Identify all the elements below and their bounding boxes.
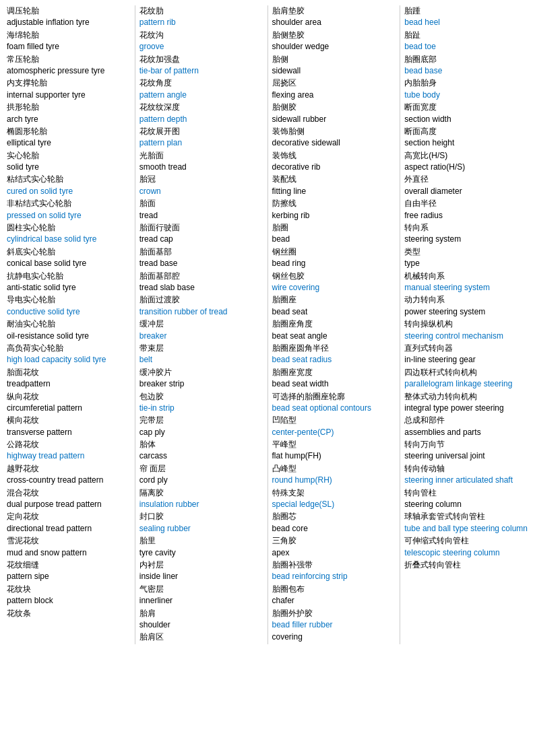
list-item: 缓冲胶片breaker strip xyxy=(139,367,263,390)
chinese-term: 带束层 xyxy=(139,343,263,354)
english-term: inside liner xyxy=(139,571,263,582)
english-term: section height xyxy=(404,137,528,149)
chinese-term: 自由半径 xyxy=(404,198,528,209)
english-term: innerliner xyxy=(139,595,263,607)
chinese-term: 包边胶 xyxy=(139,391,263,403)
english-term: crown xyxy=(139,186,263,197)
list-item: 断面宽度section width xyxy=(404,102,528,125)
list-item: 定向花纹directional tread pattern xyxy=(7,511,131,535)
list-item: 光胎面smooth tread xyxy=(139,150,263,174)
chinese-term: 钢丝包胶 xyxy=(272,271,396,282)
chinese-term: 气密层 xyxy=(139,584,263,595)
chinese-term: 缓冲层 xyxy=(139,318,263,330)
list-item: 椭圆形轮胎elliptical tyre xyxy=(7,126,131,149)
list-item: 胎圈包布chafer xyxy=(272,584,396,607)
list-item: 雪泥花纹mud and snow pattern xyxy=(7,535,131,559)
chinese-term: 花纹加强盘 xyxy=(139,54,263,65)
list-item: 凹陷型center-pente(CP) xyxy=(272,415,396,438)
english-term: directional tread pattern xyxy=(7,523,131,535)
english-term: steering system xyxy=(404,234,528,245)
english-term: carcass xyxy=(139,450,263,462)
chinese-term: 类型 xyxy=(404,246,528,258)
chinese-term: 导电实心轮胎 xyxy=(7,294,131,306)
chinese-term: 转向系 xyxy=(404,222,528,234)
english-term: tread slab base xyxy=(139,282,263,294)
chinese-term: 内胎胎身 xyxy=(404,77,528,89)
list-item: 可选择的胎圈座轮廓bead seat optional contours xyxy=(272,391,396,415)
list-item: 斜底实心轮胎conical base solid tyre xyxy=(7,246,131,270)
chinese-term: 花纹块 xyxy=(7,584,131,595)
list-item: 直列式转向器in-line steering gear xyxy=(404,343,528,366)
chinese-term: 折叠式转向管柱 xyxy=(404,559,528,571)
english-term: assemblies and parts xyxy=(404,427,528,438)
chinese-term: 直列式转向器 xyxy=(404,343,528,354)
list-item: 四边联杆式转向机构parallelogram linkage steering xyxy=(404,367,528,390)
english-term: transition rubber of tread xyxy=(139,306,263,318)
list-item: 花纹细缝pattern sipe xyxy=(7,559,131,583)
chinese-term: 完带层 xyxy=(139,415,263,426)
list-item: 可伸缩式转向管柱telescopic steering column xyxy=(404,535,528,559)
chinese-term: 隔离胶 xyxy=(139,487,263,499)
english-term: special ledge(SL) xyxy=(272,499,396,510)
list-item: covering xyxy=(272,631,396,643)
chinese-term: 公路花纹 xyxy=(7,439,131,450)
list-item: 花纹条 xyxy=(7,608,131,619)
chinese-term: 缓冲胶片 xyxy=(139,367,263,378)
english-term: aspect ratio(H/S) xyxy=(404,162,528,173)
list-item: 胎圈补强带bead reinforcing strip xyxy=(272,559,396,583)
main-page: 调压轮胎adjustable inflation tyre海绵轮胎foam fi… xyxy=(0,0,535,650)
list-item: 胎里tyre cavity xyxy=(139,535,263,559)
list-item: 转向传动轴steering inner articulated shaft xyxy=(404,463,528,487)
list-item: 内衬层inside liner xyxy=(139,559,263,583)
english-term: bead seat optional contours xyxy=(272,403,396,414)
chinese-term: 椭圆形轮胎 xyxy=(7,126,131,137)
list-item: 胎面基部腔tread slab base xyxy=(139,271,263,294)
chinese-term: 花纹沟 xyxy=(139,30,263,41)
chinese-term: 混合花纹 xyxy=(7,487,131,499)
list-item: 拱形轮胎arch tyre xyxy=(7,102,131,125)
english-term: tube and ball type steering column xyxy=(404,523,528,535)
column-4: 胎踵bead heel胎趾bead toe胎圈底部bead base内胎胎身tu… xyxy=(400,5,532,644)
chinese-term: 常压轮胎 xyxy=(7,54,131,65)
chinese-term: 定向花纹 xyxy=(7,511,131,522)
english-term: conical base solid tyre xyxy=(7,258,131,269)
english-term: free radius xyxy=(404,210,528,221)
chinese-term: 花纹纹深度 xyxy=(139,102,263,113)
english-term: steering universal joint xyxy=(404,450,528,462)
chinese-term: 胎趾 xyxy=(404,30,528,41)
chinese-term: 四边联杆式转向机构 xyxy=(404,367,528,378)
chinese-term: 胎面过渡胶 xyxy=(139,294,263,306)
chinese-term: 花纹细缝 xyxy=(7,559,131,571)
english-term: insulation rubber xyxy=(139,499,263,510)
english-term: bead seat width xyxy=(272,378,396,390)
chinese-term: 胎肩 xyxy=(139,608,263,619)
list-item: 胎圈座角度beat seat angle xyxy=(272,318,396,342)
list-item: 抗静电实心轮胎anti-static solid tyre xyxy=(7,271,131,294)
english-term: treadpattern xyxy=(7,378,131,390)
chinese-term: 花纹肋 xyxy=(139,5,263,17)
english-term: pressed on solid tyre xyxy=(7,210,131,221)
chinese-term: 横向花纹 xyxy=(7,415,131,426)
chinese-term: 雪泥花纹 xyxy=(7,535,131,547)
chinese-term: 平峰型 xyxy=(272,439,396,450)
english-term: wire covering xyxy=(272,282,396,294)
english-term: mud and snow pattern xyxy=(7,547,131,559)
list-item: 胎圈外护胶bead filler rubber xyxy=(272,608,396,631)
english-term: section width xyxy=(404,114,528,125)
english-term: kerbing rib xyxy=(272,210,396,221)
english-term: bead core xyxy=(272,523,396,535)
english-term: pattern depth xyxy=(139,114,263,125)
english-term: bead base xyxy=(404,65,528,77)
list-item: 胎圈芯bead core xyxy=(272,511,396,535)
list-item: 胎面tread xyxy=(139,198,263,221)
list-item: 转向管柱steering column xyxy=(404,487,528,511)
list-item: 完带层cap ply xyxy=(139,415,263,438)
english-term: round hump(RH) xyxy=(272,475,396,486)
list-item: 粘结式实心轮胎cured on solid tyre xyxy=(7,174,131,197)
english-term: chafer xyxy=(272,595,396,607)
list-item: 胎面花纹treadpattern xyxy=(7,367,131,390)
chinese-term: 花纹展开图 xyxy=(139,126,263,137)
chinese-term: 胎圈包布 xyxy=(272,584,396,595)
chinese-term: 胎圈底部 xyxy=(404,54,528,65)
english-term: manual steering system xyxy=(404,282,528,294)
